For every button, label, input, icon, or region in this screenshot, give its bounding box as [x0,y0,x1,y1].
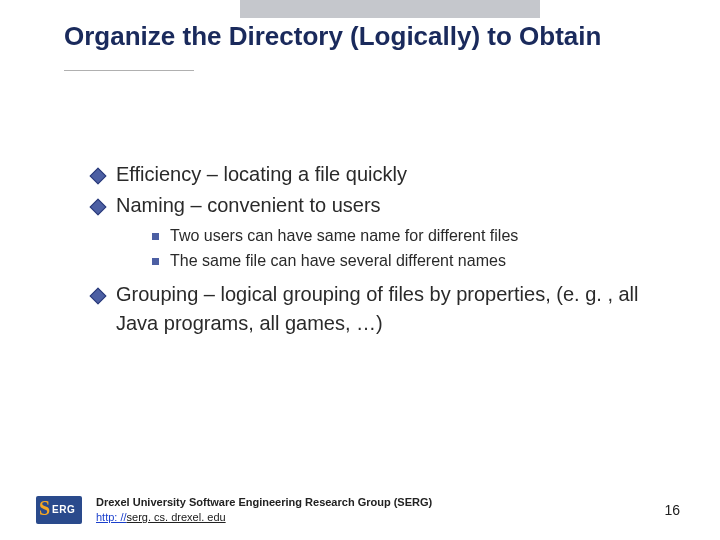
title-underline [64,70,194,71]
slide-title-text: Organize the Directory (Logically) to Ob… [64,21,601,51]
list-item: Efficiency – locating a file quickly [92,160,660,189]
slide-title: Organize the Directory (Logically) to Ob… [64,20,660,53]
square-bullet-icon [152,258,159,265]
diamond-bullet-icon [90,199,107,216]
list-item-text: The same file can have several different… [170,252,506,269]
footer-text: Drexel University Software Engineering R… [96,495,432,524]
list-item: Naming – convenient to users Two users c… [92,191,660,274]
diamond-bullet-icon [90,287,107,304]
list-item-text: Efficiency – locating a file quickly [116,163,407,185]
title-accent-stripe [240,0,540,18]
slide-footer: Drexel University Software Engineering R… [36,495,680,524]
list-item-text: Two users can have same name for differe… [170,227,518,244]
list-item-text: Naming – convenient to users [116,194,381,216]
list-item: The same file can have several different… [152,249,660,274]
footer-link-tail: serg. cs. drexel. edu [127,511,226,523]
page-number: 16 [664,502,680,518]
footer-link[interactable]: http: // [96,511,127,523]
list-item: Grouping – logical grouping of files by … [92,280,660,338]
slide-body: Efficiency – locating a file quickly Nam… [92,160,660,340]
serg-logo [36,496,82,524]
square-bullet-icon [152,233,159,240]
list-item-text: Grouping – logical grouping of files by … [116,283,639,334]
bullet-list: Efficiency – locating a file quickly Nam… [92,160,660,338]
footer-org: Drexel University Software Engineering R… [96,496,432,508]
diamond-bullet-icon [90,168,107,185]
sub-bullet-list: Two users can have same name for differe… [116,224,660,274]
list-item: Two users can have same name for differe… [152,224,660,249]
